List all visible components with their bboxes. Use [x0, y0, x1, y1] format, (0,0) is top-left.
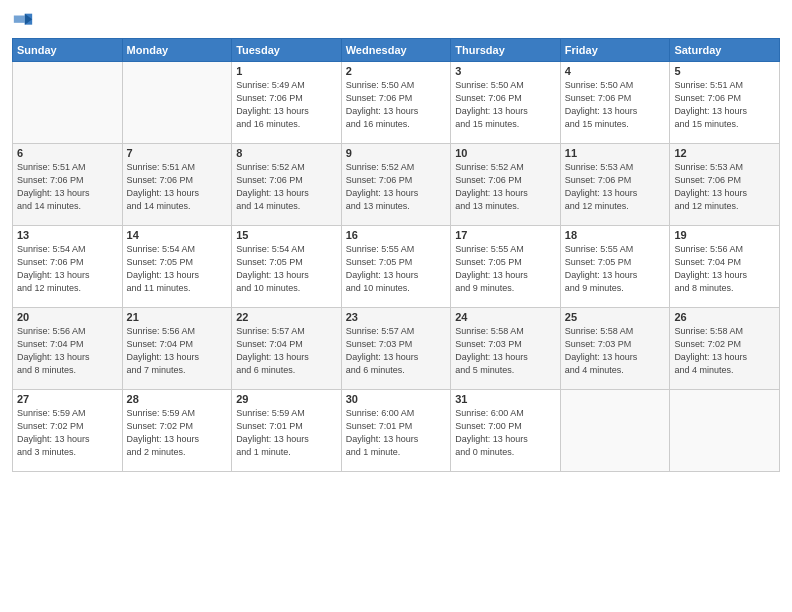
day-detail: Sunrise: 5:54 AM Sunset: 7:06 PM Dayligh…	[17, 243, 118, 295]
calendar-day-cell: 8Sunrise: 5:52 AM Sunset: 7:06 PM Daylig…	[232, 144, 342, 226]
day-detail: Sunrise: 5:58 AM Sunset: 7:02 PM Dayligh…	[674, 325, 775, 377]
day-detail: Sunrise: 5:58 AM Sunset: 7:03 PM Dayligh…	[455, 325, 556, 377]
day-number: 21	[127, 311, 228, 323]
calendar-day-cell: 27Sunrise: 5:59 AM Sunset: 7:02 PM Dayli…	[13, 390, 123, 472]
day-detail: Sunrise: 5:55 AM Sunset: 7:05 PM Dayligh…	[346, 243, 447, 295]
calendar-day-cell: 9Sunrise: 5:52 AM Sunset: 7:06 PM Daylig…	[341, 144, 451, 226]
calendar-day-cell: 10Sunrise: 5:52 AM Sunset: 7:06 PM Dayli…	[451, 144, 561, 226]
day-detail: Sunrise: 5:59 AM Sunset: 7:02 PM Dayligh…	[127, 407, 228, 459]
calendar-week-row: 6Sunrise: 5:51 AM Sunset: 7:06 PM Daylig…	[13, 144, 780, 226]
calendar-day-cell	[13, 62, 123, 144]
weekday-header-cell: Wednesday	[341, 39, 451, 62]
day-number: 26	[674, 311, 775, 323]
calendar-day-cell: 3Sunrise: 5:50 AM Sunset: 7:06 PM Daylig…	[451, 62, 561, 144]
weekday-header-cell: Sunday	[13, 39, 123, 62]
day-number: 24	[455, 311, 556, 323]
header-row	[12, 10, 780, 32]
calendar-day-cell: 24Sunrise: 5:58 AM Sunset: 7:03 PM Dayli…	[451, 308, 561, 390]
calendar-day-cell: 31Sunrise: 6:00 AM Sunset: 7:00 PM Dayli…	[451, 390, 561, 472]
day-detail: Sunrise: 6:00 AM Sunset: 7:00 PM Dayligh…	[455, 407, 556, 459]
calendar-day-cell: 12Sunrise: 5:53 AM Sunset: 7:06 PM Dayli…	[670, 144, 780, 226]
day-detail: Sunrise: 5:50 AM Sunset: 7:06 PM Dayligh…	[346, 79, 447, 131]
day-detail: Sunrise: 5:53 AM Sunset: 7:06 PM Dayligh…	[565, 161, 666, 213]
day-number: 23	[346, 311, 447, 323]
day-number: 20	[17, 311, 118, 323]
calendar-day-cell	[122, 62, 232, 144]
calendar-day-cell: 22Sunrise: 5:57 AM Sunset: 7:04 PM Dayli…	[232, 308, 342, 390]
calendar-day-cell: 26Sunrise: 5:58 AM Sunset: 7:02 PM Dayli…	[670, 308, 780, 390]
day-number: 14	[127, 229, 228, 241]
calendar-day-cell: 19Sunrise: 5:56 AM Sunset: 7:04 PM Dayli…	[670, 226, 780, 308]
day-number: 1	[236, 65, 337, 77]
day-detail: Sunrise: 5:56 AM Sunset: 7:04 PM Dayligh…	[17, 325, 118, 377]
calendar-day-cell: 13Sunrise: 5:54 AM Sunset: 7:06 PM Dayli…	[13, 226, 123, 308]
day-number: 16	[346, 229, 447, 241]
day-detail: Sunrise: 5:50 AM Sunset: 7:06 PM Dayligh…	[455, 79, 556, 131]
calendar-week-row: 27Sunrise: 5:59 AM Sunset: 7:02 PM Dayli…	[13, 390, 780, 472]
day-number: 9	[346, 147, 447, 159]
day-detail: Sunrise: 5:59 AM Sunset: 7:02 PM Dayligh…	[17, 407, 118, 459]
calendar-week-row: 13Sunrise: 5:54 AM Sunset: 7:06 PM Dayli…	[13, 226, 780, 308]
calendar-day-cell: 7Sunrise: 5:51 AM Sunset: 7:06 PM Daylig…	[122, 144, 232, 226]
calendar-day-cell: 23Sunrise: 5:57 AM Sunset: 7:03 PM Dayli…	[341, 308, 451, 390]
day-detail: Sunrise: 5:57 AM Sunset: 7:04 PM Dayligh…	[236, 325, 337, 377]
day-number: 28	[127, 393, 228, 405]
day-detail: Sunrise: 5:54 AM Sunset: 7:05 PM Dayligh…	[236, 243, 337, 295]
calendar-day-cell: 25Sunrise: 5:58 AM Sunset: 7:03 PM Dayli…	[560, 308, 670, 390]
calendar-day-cell: 28Sunrise: 5:59 AM Sunset: 7:02 PM Dayli…	[122, 390, 232, 472]
calendar-day-cell: 14Sunrise: 5:54 AM Sunset: 7:05 PM Dayli…	[122, 226, 232, 308]
day-detail: Sunrise: 5:52 AM Sunset: 7:06 PM Dayligh…	[236, 161, 337, 213]
day-detail: Sunrise: 5:57 AM Sunset: 7:03 PM Dayligh…	[346, 325, 447, 377]
day-detail: Sunrise: 5:51 AM Sunset: 7:06 PM Dayligh…	[674, 79, 775, 131]
calendar-day-cell: 18Sunrise: 5:55 AM Sunset: 7:05 PM Dayli…	[560, 226, 670, 308]
day-detail: Sunrise: 5:56 AM Sunset: 7:04 PM Dayligh…	[127, 325, 228, 377]
weekday-header-cell: Monday	[122, 39, 232, 62]
day-detail: Sunrise: 5:58 AM Sunset: 7:03 PM Dayligh…	[565, 325, 666, 377]
day-detail: Sunrise: 5:50 AM Sunset: 7:06 PM Dayligh…	[565, 79, 666, 131]
calendar-day-cell: 5Sunrise: 5:51 AM Sunset: 7:06 PM Daylig…	[670, 62, 780, 144]
calendar-day-cell	[670, 390, 780, 472]
calendar-day-cell	[560, 390, 670, 472]
day-number: 11	[565, 147, 666, 159]
calendar-day-cell: 11Sunrise: 5:53 AM Sunset: 7:06 PM Dayli…	[560, 144, 670, 226]
calendar-day-cell: 30Sunrise: 6:00 AM Sunset: 7:01 PM Dayli…	[341, 390, 451, 472]
day-detail: Sunrise: 5:52 AM Sunset: 7:06 PM Dayligh…	[346, 161, 447, 213]
day-number: 12	[674, 147, 775, 159]
day-number: 5	[674, 65, 775, 77]
weekday-header-cell: Saturday	[670, 39, 780, 62]
day-detail: Sunrise: 6:00 AM Sunset: 7:01 PM Dayligh…	[346, 407, 447, 459]
calendar-day-cell: 6Sunrise: 5:51 AM Sunset: 7:06 PM Daylig…	[13, 144, 123, 226]
day-number: 4	[565, 65, 666, 77]
day-detail: Sunrise: 5:56 AM Sunset: 7:04 PM Dayligh…	[674, 243, 775, 295]
calendar-week-row: 1Sunrise: 5:49 AM Sunset: 7:06 PM Daylig…	[13, 62, 780, 144]
weekday-header-cell: Thursday	[451, 39, 561, 62]
calendar-day-cell: 21Sunrise: 5:56 AM Sunset: 7:04 PM Dayli…	[122, 308, 232, 390]
svg-marker-2	[14, 16, 25, 23]
day-number: 15	[236, 229, 337, 241]
calendar-day-cell: 4Sunrise: 5:50 AM Sunset: 7:06 PM Daylig…	[560, 62, 670, 144]
day-detail: Sunrise: 5:54 AM Sunset: 7:05 PM Dayligh…	[127, 243, 228, 295]
calendar-table: SundayMondayTuesdayWednesdayThursdayFrid…	[12, 38, 780, 472]
weekday-header-cell: Tuesday	[232, 39, 342, 62]
day-number: 13	[17, 229, 118, 241]
day-number: 18	[565, 229, 666, 241]
day-detail: Sunrise: 5:49 AM Sunset: 7:06 PM Dayligh…	[236, 79, 337, 131]
day-number: 22	[236, 311, 337, 323]
day-number: 10	[455, 147, 556, 159]
calendar-week-row: 20Sunrise: 5:56 AM Sunset: 7:04 PM Dayli…	[13, 308, 780, 390]
day-number: 27	[17, 393, 118, 405]
calendar-day-cell: 17Sunrise: 5:55 AM Sunset: 7:05 PM Dayli…	[451, 226, 561, 308]
day-detail: Sunrise: 5:59 AM Sunset: 7:01 PM Dayligh…	[236, 407, 337, 459]
weekday-header-cell: Friday	[560, 39, 670, 62]
logo	[12, 10, 38, 32]
calendar-day-cell: 2Sunrise: 5:50 AM Sunset: 7:06 PM Daylig…	[341, 62, 451, 144]
day-number: 17	[455, 229, 556, 241]
day-number: 7	[127, 147, 228, 159]
logo-icon	[12, 10, 34, 32]
day-detail: Sunrise: 5:51 AM Sunset: 7:06 PM Dayligh…	[127, 161, 228, 213]
day-number: 6	[17, 147, 118, 159]
day-number: 8	[236, 147, 337, 159]
day-number: 25	[565, 311, 666, 323]
day-number: 2	[346, 65, 447, 77]
day-detail: Sunrise: 5:51 AM Sunset: 7:06 PM Dayligh…	[17, 161, 118, 213]
